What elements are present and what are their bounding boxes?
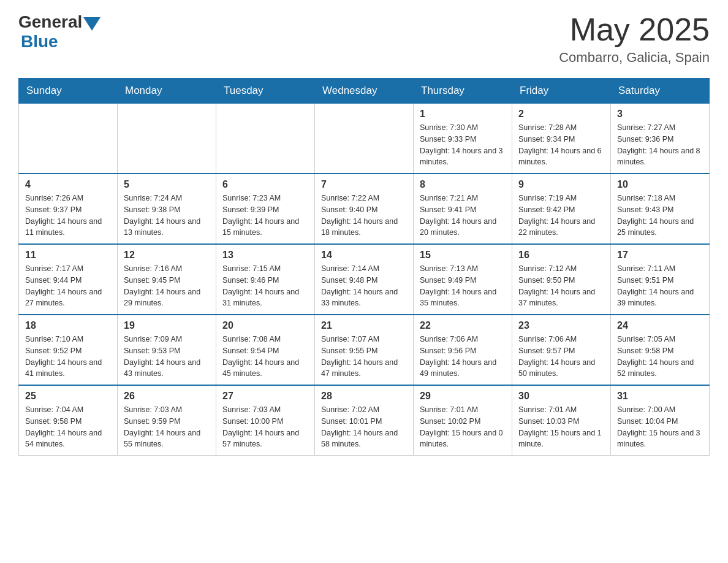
calendar-cell: 11Sunrise: 7:17 AM Sunset: 9:44 PM Dayli…: [19, 244, 118, 315]
logo-triangle-icon: [83, 17, 100, 31]
day-number: 13: [222, 250, 308, 261]
day-info: Sunrise: 7:00 AM Sunset: 10:04 PM Daylig…: [617, 404, 703, 450]
day-info: Sunrise: 7:08 AM Sunset: 9:54 PM Dayligh…: [222, 334, 308, 380]
day-number: 24: [617, 320, 703, 331]
day-number: 22: [420, 320, 506, 331]
calendar-cell: 7Sunrise: 7:22 AM Sunset: 9:40 PM Daylig…: [315, 174, 414, 244]
day-info: Sunrise: 7:24 AM Sunset: 9:38 PM Dayligh…: [124, 193, 210, 239]
calendar-cell: 2Sunrise: 7:28 AM Sunset: 9:34 PM Daylig…: [512, 104, 611, 174]
day-info: Sunrise: 7:15 AM Sunset: 9:46 PM Dayligh…: [222, 263, 308, 309]
day-info: Sunrise: 7:04 AM Sunset: 9:58 PM Dayligh…: [25, 404, 111, 450]
day-info: Sunrise: 7:06 AM Sunset: 9:56 PM Dayligh…: [420, 334, 506, 380]
calendar-cell: 18Sunrise: 7:10 AM Sunset: 9:52 PM Dayli…: [19, 315, 118, 385]
calendar-cell: 10Sunrise: 7:18 AM Sunset: 9:43 PM Dayli…: [611, 174, 710, 244]
logo-blue-text: Blue: [21, 32, 58, 52]
calendar-cell: 15Sunrise: 7:13 AM Sunset: 9:49 PM Dayli…: [414, 244, 512, 315]
weekday-header-wednesday: Wednesday: [315, 79, 414, 104]
day-number: 10: [617, 179, 703, 190]
day-info: Sunrise: 7:22 AM Sunset: 9:40 PM Dayligh…: [321, 193, 407, 239]
calendar-week-row: 11Sunrise: 7:17 AM Sunset: 9:44 PM Dayli…: [19, 244, 710, 315]
weekday-header-saturday: Saturday: [611, 79, 710, 104]
day-info: Sunrise: 7:12 AM Sunset: 9:50 PM Dayligh…: [518, 263, 604, 309]
day-number: 21: [321, 320, 407, 331]
calendar-cell: 24Sunrise: 7:05 AM Sunset: 9:58 PM Dayli…: [611, 315, 710, 385]
day-number: 15: [420, 250, 506, 261]
calendar-week-row: 18Sunrise: 7:10 AM Sunset: 9:52 PM Dayli…: [19, 315, 710, 385]
calendar-cell: 9Sunrise: 7:19 AM Sunset: 9:42 PM Daylig…: [512, 174, 611, 244]
calendar-cell: [216, 104, 315, 174]
calendar-cell: [19, 104, 118, 174]
calendar-cell: 20Sunrise: 7:08 AM Sunset: 9:54 PM Dayli…: [216, 315, 315, 385]
day-number: 11: [25, 250, 111, 261]
day-info: Sunrise: 7:02 AM Sunset: 10:01 PM Daylig…: [321, 404, 407, 450]
day-info: Sunrise: 7:16 AM Sunset: 9:45 PM Dayligh…: [124, 263, 210, 309]
calendar-cell: 3Sunrise: 7:27 AM Sunset: 9:36 PM Daylig…: [611, 104, 710, 174]
day-info: Sunrise: 7:03 AM Sunset: 10:00 PM Daylig…: [222, 404, 308, 450]
calendar-cell: 31Sunrise: 7:00 AM Sunset: 10:04 PM Dayl…: [611, 385, 710, 456]
calendar-cell: 13Sunrise: 7:15 AM Sunset: 9:46 PM Dayli…: [216, 244, 315, 315]
day-info: Sunrise: 7:21 AM Sunset: 9:41 PM Dayligh…: [420, 193, 506, 239]
day-info: Sunrise: 7:11 AM Sunset: 9:51 PM Dayligh…: [617, 263, 703, 309]
day-info: Sunrise: 7:30 AM Sunset: 9:33 PM Dayligh…: [420, 122, 506, 168]
day-info: Sunrise: 7:06 AM Sunset: 9:57 PM Dayligh…: [518, 334, 604, 380]
calendar-cell: 14Sunrise: 7:14 AM Sunset: 9:48 PM Dayli…: [315, 244, 414, 315]
calendar-cell: 6Sunrise: 7:23 AM Sunset: 9:39 PM Daylig…: [216, 174, 315, 244]
calendar-cell: 28Sunrise: 7:02 AM Sunset: 10:01 PM Dayl…: [315, 385, 414, 456]
day-number: 29: [420, 391, 506, 402]
logo-general-text: General: [18, 12, 82, 32]
location-text: Combarro, Galicia, Spain: [559, 50, 710, 66]
day-info: Sunrise: 7:13 AM Sunset: 9:49 PM Dayligh…: [420, 263, 506, 309]
day-number: 7: [321, 179, 407, 190]
day-number: 16: [518, 250, 604, 261]
calendar-cell: 27Sunrise: 7:03 AM Sunset: 10:00 PM Dayl…: [216, 385, 315, 456]
logo: General Blue: [18, 12, 100, 52]
calendar-cell: 16Sunrise: 7:12 AM Sunset: 9:50 PM Dayli…: [512, 244, 611, 315]
day-number: 30: [518, 391, 604, 402]
weekday-header-monday: Monday: [118, 79, 216, 104]
day-info: Sunrise: 7:18 AM Sunset: 9:43 PM Dayligh…: [617, 193, 703, 239]
day-info: Sunrise: 7:19 AM Sunset: 9:42 PM Dayligh…: [518, 193, 604, 239]
day-info: Sunrise: 7:28 AM Sunset: 9:34 PM Dayligh…: [518, 122, 604, 168]
calendar-cell: 29Sunrise: 7:01 AM Sunset: 10:02 PM Dayl…: [414, 385, 512, 456]
day-number: 14: [321, 250, 407, 261]
day-number: 19: [124, 320, 210, 331]
day-number: 9: [518, 179, 604, 190]
day-number: 20: [222, 320, 308, 331]
calendar-cell: 30Sunrise: 7:01 AM Sunset: 10:03 PM Dayl…: [512, 385, 611, 456]
calendar-cell: 21Sunrise: 7:07 AM Sunset: 9:55 PM Dayli…: [315, 315, 414, 385]
day-info: Sunrise: 7:01 AM Sunset: 10:03 PM Daylig…: [518, 404, 604, 450]
day-info: Sunrise: 7:27 AM Sunset: 9:36 PM Dayligh…: [617, 122, 703, 168]
calendar-week-row: 1Sunrise: 7:30 AM Sunset: 9:33 PM Daylig…: [19, 104, 710, 174]
day-info: Sunrise: 7:01 AM Sunset: 10:02 PM Daylig…: [420, 404, 506, 450]
title-section: May 2025 Combarro, Galicia, Spain: [559, 12, 710, 66]
calendar-cell: 17Sunrise: 7:11 AM Sunset: 9:51 PM Dayli…: [611, 244, 710, 315]
calendar-cell: 8Sunrise: 7:21 AM Sunset: 9:41 PM Daylig…: [414, 174, 512, 244]
day-info: Sunrise: 7:14 AM Sunset: 9:48 PM Dayligh…: [321, 263, 407, 309]
calendar-cell: 26Sunrise: 7:03 AM Sunset: 9:59 PM Dayli…: [118, 385, 216, 456]
calendar-cell: 4Sunrise: 7:26 AM Sunset: 9:37 PM Daylig…: [19, 174, 118, 244]
weekday-header-thursday: Thursday: [414, 79, 512, 104]
calendar-cell: 1Sunrise: 7:30 AM Sunset: 9:33 PM Daylig…: [414, 104, 512, 174]
calendar-cell: 5Sunrise: 7:24 AM Sunset: 9:38 PM Daylig…: [118, 174, 216, 244]
calendar-cell: [315, 104, 414, 174]
day-number: 26: [124, 391, 210, 402]
day-number: 4: [25, 179, 111, 190]
weekday-header-friday: Friday: [512, 79, 611, 104]
day-info: Sunrise: 7:03 AM Sunset: 9:59 PM Dayligh…: [124, 404, 210, 450]
calendar-cell: 25Sunrise: 7:04 AM Sunset: 9:58 PM Dayli…: [19, 385, 118, 456]
day-info: Sunrise: 7:05 AM Sunset: 9:58 PM Dayligh…: [617, 334, 703, 380]
day-number: 3: [617, 109, 703, 120]
day-info: Sunrise: 7:23 AM Sunset: 9:39 PM Dayligh…: [222, 193, 308, 239]
day-number: 31: [617, 391, 703, 402]
day-number: 25: [25, 391, 111, 402]
day-number: 12: [124, 250, 210, 261]
day-number: 17: [617, 250, 703, 261]
day-info: Sunrise: 7:17 AM Sunset: 9:44 PM Dayligh…: [25, 263, 111, 309]
day-number: 6: [222, 179, 308, 190]
calendar-table: SundayMondayTuesdayWednesdayThursdayFrid…: [18, 78, 710, 456]
weekday-header-row: SundayMondayTuesdayWednesdayThursdayFrid…: [19, 79, 710, 104]
day-info: Sunrise: 7:09 AM Sunset: 9:53 PM Dayligh…: [124, 334, 210, 380]
day-number: 18: [25, 320, 111, 331]
day-number: 1: [420, 109, 506, 120]
month-title: May 2025: [559, 12, 710, 47]
